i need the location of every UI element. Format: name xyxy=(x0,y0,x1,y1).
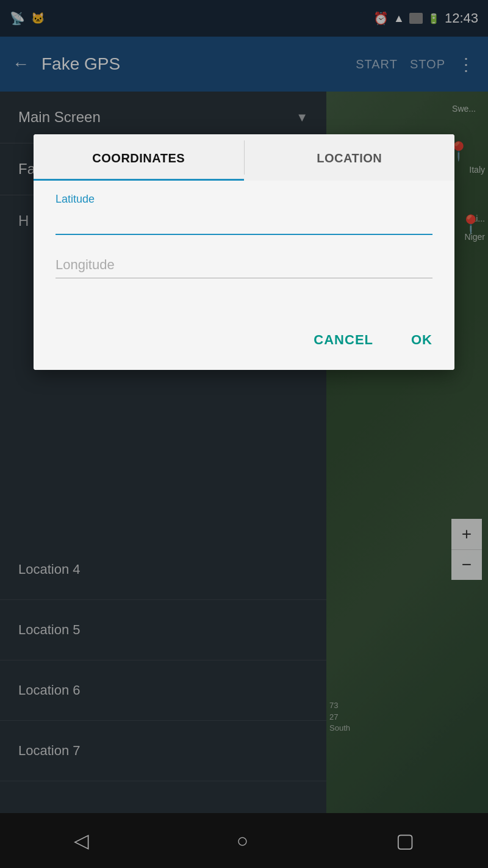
coordinates-dialog: COORDINATES LOCATION Latitude CANCEL OK xyxy=(34,134,454,370)
tab-coordinates-label: COORDINATES xyxy=(92,151,185,165)
nav-bar: ◁ ○ ▢ xyxy=(0,813,488,868)
nav-back-button[interactable]: ◁ xyxy=(74,829,89,852)
latitude-label: Latitude xyxy=(56,193,432,206)
dialog-body: Latitude xyxy=(34,181,454,315)
longitude-input[interactable] xyxy=(56,253,432,278)
dialog-actions: CANCEL OK xyxy=(34,315,454,370)
overlay-backdrop xyxy=(0,0,488,868)
nav-home-button[interactable]: ○ xyxy=(237,830,248,852)
longitude-field-group xyxy=(56,253,432,278)
tab-coordinates[interactable]: COORDINATES xyxy=(34,134,244,181)
latitude-field-group: Latitude xyxy=(56,193,432,235)
ok-button[interactable]: OK xyxy=(401,327,442,353)
tab-location[interactable]: LOCATION xyxy=(245,134,455,181)
cancel-button[interactable]: CANCEL xyxy=(304,327,383,353)
dialog-tabs: COORDINATES LOCATION xyxy=(34,134,454,181)
tab-location-label: LOCATION xyxy=(317,151,382,165)
nav-recents-button[interactable]: ▢ xyxy=(396,829,414,852)
latitude-input[interactable] xyxy=(56,209,432,235)
